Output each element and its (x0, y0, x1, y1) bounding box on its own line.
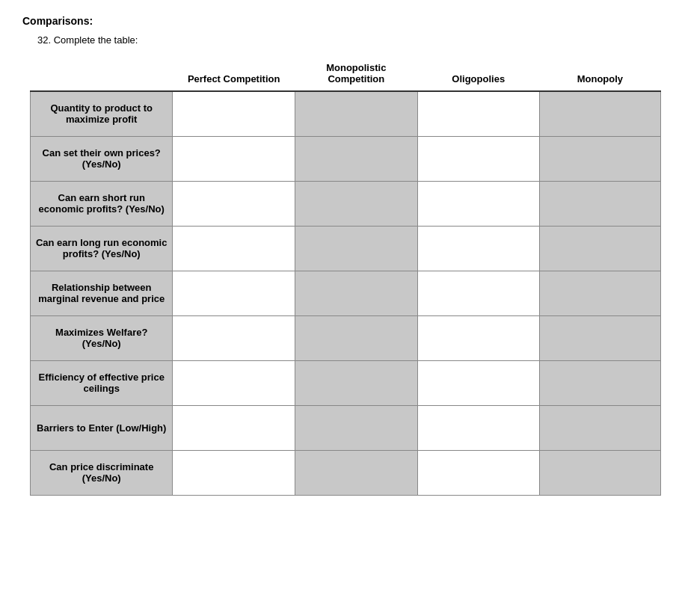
data-cell-row8-col3[interactable] (417, 450, 539, 495)
row-label-7: Barriers to Enter (Low/High) (31, 405, 173, 450)
data-cell-row5-col1[interactable] (173, 315, 295, 360)
section-title: Comparisons: (22, 15, 654, 27)
data-cell-row7-col1[interactable] (173, 405, 295, 450)
data-cell-row2-col4[interactable] (539, 181, 660, 226)
data-cell-row3-col4[interactable] (539, 226, 660, 271)
row-label-6: Efficiency of effective price ceilings (31, 360, 173, 405)
data-cell-row4-col1[interactable] (173, 271, 295, 315)
table-row: Maximizes Welfare? (Yes/No) (31, 315, 661, 360)
table-row: Quantity to product to maximize profit (31, 91, 661, 136)
data-cell-row5-col2[interactable] (295, 315, 417, 360)
data-cell-row1-col1[interactable] (173, 136, 295, 181)
data-cell-row3-col2[interactable] (295, 226, 417, 271)
table-row: Can price discriminate (Yes/No) (31, 450, 661, 495)
data-cell-row8-col2[interactable] (295, 450, 417, 495)
data-cell-row4-col3[interactable] (417, 271, 539, 315)
data-cell-row8-col4[interactable] (539, 450, 660, 495)
row-label-8: Can price discriminate (Yes/No) (31, 450, 173, 495)
data-cell-row1-col2[interactable] (295, 136, 417, 181)
table-row: Efficiency of effective price ceilings (31, 360, 661, 405)
row-label-5: Maximizes Welfare? (Yes/No) (31, 315, 173, 360)
data-cell-row0-col4[interactable] (539, 91, 660, 136)
col-header-empty (31, 56, 173, 91)
data-cell-row1-col4[interactable] (539, 136, 660, 181)
data-cell-row8-col1[interactable] (173, 450, 295, 495)
data-cell-row0-col3[interactable] (417, 91, 539, 136)
col-header-monopoly: Monopoly (539, 56, 660, 91)
data-cell-row5-col4[interactable] (539, 315, 660, 360)
data-cell-row2-col3[interactable] (417, 181, 539, 226)
data-cell-row4-col4[interactable] (539, 271, 660, 315)
row-label-0: Quantity to product to maximize profit (31, 91, 173, 136)
data-cell-row3-col1[interactable] (173, 226, 295, 271)
data-cell-row2-col2[interactable] (295, 181, 417, 226)
data-cell-row0-col1[interactable] (173, 91, 295, 136)
row-label-3: Can earn long run economic profits? (Yes… (31, 226, 173, 271)
table-row: Can earn long run economic profits? (Yes… (31, 226, 661, 271)
data-cell-row3-col3[interactable] (417, 226, 539, 271)
table-row: Can earn short run economic profits? (Ye… (31, 181, 661, 226)
table-row: Can set their own prices? (Yes/No) (31, 136, 661, 181)
data-cell-row2-col1[interactable] (173, 181, 295, 226)
data-cell-row6-col4[interactable] (539, 360, 660, 405)
data-cell-row0-col2[interactable] (295, 91, 417, 136)
table-row: Barriers to Enter (Low/High) (31, 405, 661, 450)
table-row: Relationship between marginal revenue an… (31, 271, 661, 315)
col-header-monopolistic-competition: Monopolistic Competition (295, 56, 417, 91)
row-label-2: Can earn short run economic profits? (Ye… (31, 181, 173, 226)
data-cell-row6-col1[interactable] (173, 360, 295, 405)
data-cell-row1-col3[interactable] (417, 136, 539, 181)
col-header-perfect-competition: Perfect Competition (173, 56, 295, 91)
data-cell-row6-col2[interactable] (295, 360, 417, 405)
row-label-4: Relationship between marginal revenue an… (31, 271, 173, 315)
data-cell-row5-col3[interactable] (417, 315, 539, 360)
row-label-1: Can set their own prices? (Yes/No) (31, 136, 173, 181)
data-cell-row7-col3[interactable] (417, 405, 539, 450)
data-cell-row6-col3[interactable] (417, 360, 539, 405)
data-cell-row4-col2[interactable] (295, 271, 417, 315)
col-header-oligopolies: Oligopolies (417, 56, 539, 91)
comparison-table: Perfect Competition Monopolistic Competi… (30, 56, 661, 496)
data-cell-row7-col2[interactable] (295, 405, 417, 450)
question-label: 32. Complete the table: (37, 34, 654, 46)
data-cell-row7-col4[interactable] (539, 405, 660, 450)
